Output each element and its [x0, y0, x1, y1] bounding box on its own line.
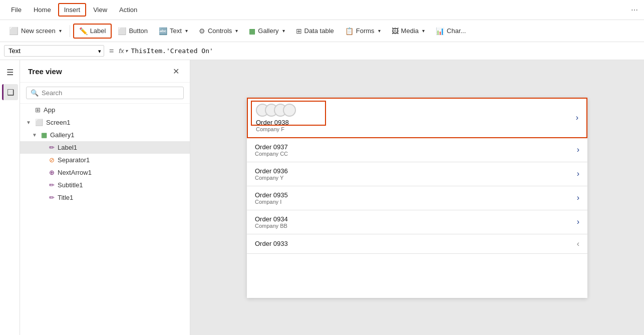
- tree-panel: Tree view ✕ 🔍 ⊞ App ▼ ⬜ Screen1: [20, 60, 190, 335]
- search-wrapper: 🔍: [26, 87, 184, 99]
- gallery-item-2-subtitle: Company Y: [255, 175, 577, 181]
- new-screen-button[interactable]: ⬜ New screen ▾: [4, 24, 67, 38]
- gallery-item-5[interactable]: Order 0933 ‹: [247, 234, 587, 254]
- media-chevron: ▾: [422, 28, 425, 34]
- media-icon: 🖼: [392, 27, 399, 35]
- insert-button-button[interactable]: ⬜ Button: [113, 25, 153, 38]
- tree-items: ⊞ App ▼ ⬜ Screen1 ▼ ▦ Gallery1 ✏ Label1: [20, 104, 190, 335]
- fx-text: fx: [119, 47, 124, 55]
- layers-icon: ❑: [7, 88, 14, 97]
- label1-icon: ✏: [49, 144, 55, 151]
- label-button[interactable]: ✏️ Label: [73, 24, 112, 39]
- gallery-item-2-content: Order 0936 Company Y: [255, 167, 577, 181]
- tree-item-subtitle1[interactable]: ✏ Subtitle1: [20, 179, 190, 191]
- media-label: Media: [401, 27, 419, 35]
- gallery-item-1-subtitle: Company CC: [255, 151, 577, 157]
- text-icon: 🔤: [159, 27, 167, 35]
- screen1-expand-icon: ▼: [26, 120, 32, 125]
- button-label: Button: [129, 27, 148, 35]
- gallery-dropdown-button[interactable]: ▦ Gallery ▾: [244, 25, 289, 38]
- gallery-item-2-arrow: ›: [577, 169, 579, 178]
- property-selector[interactable]: Text: [4, 45, 104, 57]
- controls-label: Controls: [208, 27, 232, 35]
- controls-dropdown-button[interactable]: ⚙ Controls ▾: [194, 25, 243, 38]
- forms-icon: 📋: [345, 27, 354, 35]
- gallery-container: Order 0938 Company F › Order 0937 Compan…: [247, 98, 587, 298]
- gallery-item-1-title: Order 0937: [255, 143, 577, 151]
- gallery-item-0-text: Order 0938 Company F: [256, 119, 576, 132]
- media-dropdown-button[interactable]: 🖼 Media ▾: [387, 25, 430, 38]
- menu-more[interactable]: ⋯: [631, 6, 638, 14]
- separator1-label: Separator1: [58, 156, 90, 164]
- data-table-icon: ⊞: [296, 27, 302, 35]
- tree-title: Tree view: [28, 67, 62, 76]
- tree-header: Tree view ✕: [20, 60, 190, 83]
- gallery-item-1[interactable]: Order 0937 Company CC ›: [247, 138, 587, 162]
- forms-dropdown-button[interactable]: 📋 Forms ▾: [340, 25, 386, 38]
- menu-insert[interactable]: Insert: [58, 3, 87, 17]
- property-selector-wrapper: Text: [4, 45, 104, 57]
- screen1-icon: ⬜: [35, 119, 43, 126]
- tree-item-nextarrow1[interactable]: ⊕ NextArrow1: [20, 166, 190, 179]
- chart-label: Char...: [447, 27, 466, 35]
- layers-button[interactable]: ❑: [2, 84, 18, 100]
- menu-file[interactable]: File: [6, 4, 27, 16]
- main-layout: ☰ ❑ Tree view ✕ 🔍 ⊞ App ▼: [0, 60, 644, 335]
- title1-icon: ✏: [49, 194, 55, 201]
- gallery-item-4-content: Order 0934 Company BB: [255, 215, 577, 229]
- gallery-chevron: ▾: [282, 28, 285, 34]
- tree-item-app[interactable]: ⊞ App: [20, 104, 190, 116]
- left-icon-bar: ☰ ❑: [0, 60, 20, 335]
- tree-item-title1[interactable]: ✏ Title1: [20, 191, 190, 204]
- text-dropdown-button[interactable]: 🔤 Text ▾: [154, 25, 193, 38]
- nextarrow1-icon: ⊕: [49, 169, 55, 176]
- gallery-item-3[interactable]: Order 0935 Company I ›: [247, 186, 587, 210]
- tree-close-button[interactable]: ✕: [170, 65, 182, 77]
- fx-indicator: fx ▾: [119, 47, 128, 55]
- button-icon: ⬜: [118, 27, 126, 35]
- equals-sign: =: [107, 47, 116, 56]
- chart-icon: 📊: [436, 27, 444, 35]
- gallery-item-4-arrow: ›: [577, 217, 579, 226]
- gallery-item-3-arrow: ›: [577, 193, 579, 202]
- app-label: App: [44, 106, 55, 114]
- label-button-text: Label: [90, 27, 106, 35]
- gallery-item-0[interactable]: Order 0938 Company F ›: [247, 98, 587, 138]
- menu-home[interactable]: Home: [29, 4, 56, 16]
- formula-input[interactable]: [131, 47, 640, 55]
- gallery-item-3-subtitle: Company I: [255, 199, 577, 205]
- label1-label: Label1: [58, 144, 77, 151]
- menu-bar: File Home Insert View Action ⋯: [0, 0, 644, 20]
- text-chevron: ▾: [185, 28, 188, 34]
- gallery-item-1-content: Order 0937 Company CC: [255, 143, 577, 157]
- tree-item-screen1[interactable]: ▼ ⬜ Screen1: [20, 116, 190, 129]
- app-canvas: Order 0938 Company F › Order 0937 Compan…: [247, 98, 587, 298]
- gallery-item-0-content: Order 0938 Company F: [256, 104, 576, 132]
- gallery-item-2-title: Order 0936: [255, 167, 577, 175]
- tree-item-gallery1[interactable]: ▼ ▦ Gallery1: [20, 129, 190, 141]
- fx-chevron: ▾: [125, 48, 128, 54]
- hamburger-menu-button[interactable]: ☰: [2, 64, 18, 80]
- controls-icon: ⚙: [199, 27, 205, 35]
- gallery-item-4-subtitle: Company BB: [255, 223, 577, 229]
- new-screen-label: New screen: [21, 27, 56, 35]
- tree-item-label1[interactable]: ✏ Label1: [20, 141, 190, 154]
- data-table-button[interactable]: ⊞ Data table: [291, 25, 339, 38]
- chart-button[interactable]: 📊 Char...: [431, 25, 471, 38]
- hamburger-icon: ☰: [7, 68, 14, 77]
- gallery-item-0-arrow: ›: [576, 113, 578, 122]
- menu-view[interactable]: View: [88, 4, 112, 16]
- tree-search-container: 🔍: [20, 83, 190, 104]
- forms-label: Forms: [356, 27, 375, 35]
- gallery-icon: ▦: [249, 27, 255, 35]
- circles-row: [256, 104, 576, 117]
- search-input[interactable]: [42, 89, 179, 97]
- menu-action[interactable]: Action: [114, 4, 142, 16]
- new-screen-chevron: ▾: [59, 28, 62, 34]
- gallery-item-4[interactable]: Order 0934 Company BB ›: [247, 210, 587, 234]
- forms-chevron: ▾: [378, 28, 381, 34]
- tree-item-separator1[interactable]: ⊘ Separator1: [20, 154, 190, 166]
- gallery-item-2[interactable]: Order 0936 Company Y ›: [247, 162, 587, 186]
- circle-4: [283, 104, 296, 117]
- search-icon: 🔍: [31, 89, 39, 97]
